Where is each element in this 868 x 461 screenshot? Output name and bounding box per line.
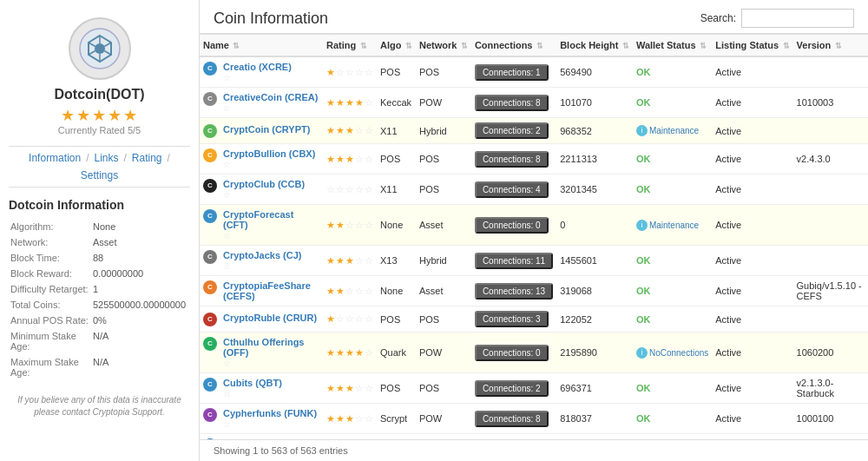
col-header-version[interactable]: Version ⇅	[793, 35, 868, 57]
rating-stars: ☆☆☆☆☆	[326, 184, 373, 195]
table-wrapper[interactable]: Name ⇅Rating ⇅Algo ⇅Network ⇅Connections…	[200, 34, 868, 439]
block-height-cell: 2195890	[556, 333, 633, 373]
coin-name-cell: C CryptoForecast (CFT) ☆	[200, 205, 323, 246]
connections-badge[interactable]: Connections: 1	[475, 64, 549, 81]
info-value: 0%	[91, 313, 190, 328]
listing-status-cell: Active	[712, 118, 792, 144]
coin-link[interactable]: CreativeCoin (CREA)	[223, 92, 318, 102]
coin-name-cell: C CryptoBullion (CBX) ☆	[200, 144, 323, 175]
connections-cell: Connections: 8	[471, 144, 556, 175]
coin-name-cell: C CreativeCoin (CREA) ☆	[200, 88, 323, 118]
coin-icon: C	[203, 378, 217, 392]
algo-cell: Scrypt	[377, 404, 416, 434]
col-header-name[interactable]: Name ⇅	[200, 35, 323, 57]
coin-link[interactable]: CryptoClub (CCB)	[223, 179, 305, 189]
info-value: None	[91, 219, 190, 234]
connections-badge[interactable]: Connections: 3	[475, 311, 549, 327]
listing-status-cell: Active	[712, 56, 792, 88]
nav-settings[interactable]: Settings	[81, 169, 118, 181]
listing-status-cell: Active	[712, 373, 792, 404]
coin-link[interactable]: Cubits (QBT)	[223, 378, 282, 388]
info-row: Network:Asset	[9, 234, 190, 250]
coin-name-inner: CreativeCoin (CREA) ☆	[223, 92, 318, 113]
block-height-cell: 0	[556, 205, 633, 246]
connections-badge[interactable]: Connections: 13	[475, 283, 553, 300]
block-height-cell: 1455601	[556, 246, 633, 276]
table-row: C CryptoBullion (CBX) ☆ ★★★☆☆POSPOSConne…	[200, 144, 868, 175]
version-cell	[793, 205, 868, 246]
sort-icon: ⇅	[458, 42, 468, 50]
connections-badge[interactable]: Connections: 4	[475, 181, 549, 198]
nav-information[interactable]: Information	[29, 152, 81, 164]
network-cell: POS	[416, 56, 471, 88]
connections-badge[interactable]: Connections: 8	[475, 151, 549, 168]
version-cell: v2.1.3.0-Starbuck	[793, 373, 868, 404]
search-input[interactable]	[741, 9, 854, 28]
connections-badge[interactable]: Connections: 8	[475, 95, 549, 111]
version-cell	[793, 175, 868, 205]
coin-name-inner: Cthulhu Offerings (OFF) ☆	[223, 337, 319, 368]
listing-status-cell: Active	[712, 88, 792, 118]
rating-stars: ★★★☆☆	[326, 255, 373, 267]
info-label: Algorithm:	[9, 219, 91, 234]
coin-link[interactable]: Cypherfunks (FUNK)	[223, 408, 317, 418]
version-cell	[793, 56, 868, 88]
coin-name-inner: CryptoForecast (CFT) ☆	[223, 209, 319, 240]
col-header-connections[interactable]: Connections ⇅	[471, 35, 556, 57]
rating-stars: ★☆☆☆☆	[326, 313, 373, 325]
coin-link[interactable]: Creatio (XCRE)	[223, 62, 292, 72]
network-cell: POS	[416, 373, 471, 404]
nav-rating[interactable]: Rating	[132, 152, 162, 164]
rating-cell: ★★★☆☆	[323, 144, 377, 175]
algo-cell: Quark	[377, 333, 416, 373]
connections-badge[interactable]: Connections: 0	[475, 345, 549, 361]
coin-link[interactable]: Cthulhu Offerings (OFF)	[223, 337, 305, 358]
info-row: Maximum Stake Age:N/A	[9, 354, 190, 380]
coin-link[interactable]: CryptCoin (CRYPT)	[223, 124, 310, 135]
table-row: C Cthulhu Offerings (OFF) ☆ ★★★★☆QuarkPO…	[200, 333, 868, 373]
col-header-listing-status[interactable]: Listing Status ⇅	[712, 35, 792, 57]
coin-link[interactable]: CryptopiaFeeShare (CEFS)	[223, 280, 311, 301]
col-header-network[interactable]: Network ⇅	[416, 35, 471, 57]
version-cell: 1060200	[793, 333, 868, 373]
coin-link[interactable]: CryptoForecast (CFT)	[223, 209, 293, 230]
connections-badge[interactable]: Connections: 11	[475, 253, 553, 269]
col-header-algo[interactable]: Algo ⇅	[377, 35, 416, 57]
rating-stars: ★★★☆☆	[326, 383, 373, 394]
col-header-wallet-status[interactable]: Wallet Status ⇅	[633, 35, 712, 57]
nav-links[interactable]: Links	[94, 152, 118, 164]
wallet-status-ok: OK	[636, 255, 651, 266]
coin-name-cell: C CryptCoin (CRYPT)	[200, 118, 323, 144]
rating-cell: ★★★★☆	[323, 88, 377, 118]
rating-cell: ☆☆☆☆☆	[323, 175, 377, 205]
connections-cell: Connections: 0	[471, 205, 556, 246]
connections-badge[interactable]: Connections: 2	[475, 380, 549, 397]
col-header-rating[interactable]: Rating ⇅	[323, 35, 377, 57]
coin-name-cell: C Creatio (XCRE) ☆	[200, 56, 323, 88]
svg-point-2	[95, 43, 105, 54]
col-header-block-height[interactable]: Block Height ⇅	[556, 35, 633, 57]
wallet-status-cell: OK	[633, 373, 712, 404]
wallet-status-cell: OK	[633, 88, 712, 118]
connections-cell: Connections: 8	[471, 88, 556, 118]
connections-badge[interactable]: Connections: 2	[475, 122, 549, 139]
listing-status-cell: Active	[712, 306, 792, 333]
coin-icon: C	[203, 179, 217, 193]
coin-link[interactable]: CryptoBullion (CBX)	[223, 148, 315, 159]
wallet-status-ok: OK	[636, 97, 651, 108]
coin-link[interactable]: CryptoRuble (CRUR)	[223, 313, 317, 323]
version-cell: 1000100	[793, 404, 868, 434]
coin-link[interactable]: CryptoJacks (CJ)	[223, 250, 301, 260]
info-row: Block Reward:0.00000000	[9, 266, 190, 281]
wallet-status-ok: OK	[636, 184, 651, 194]
connections-cell: Connections: 13	[471, 276, 556, 306]
rating-cell: ★★★★☆	[323, 333, 377, 373]
network-cell: POW	[416, 333, 471, 373]
listing-status-cell: Active	[712, 333, 792, 373]
coin-name-cell: C Cthulhu Offerings (OFF) ☆	[200, 333, 323, 373]
sort-icon: ⇅	[231, 42, 240, 50]
table-row: C CryptCoin (CRYPT) ★★★☆☆X11HybridConnec…	[200, 118, 868, 144]
connections-badge[interactable]: Connections: 0	[475, 217, 549, 234]
connections-badge[interactable]: Connections: 8	[475, 411, 549, 427]
network-cell: POW	[416, 404, 471, 434]
